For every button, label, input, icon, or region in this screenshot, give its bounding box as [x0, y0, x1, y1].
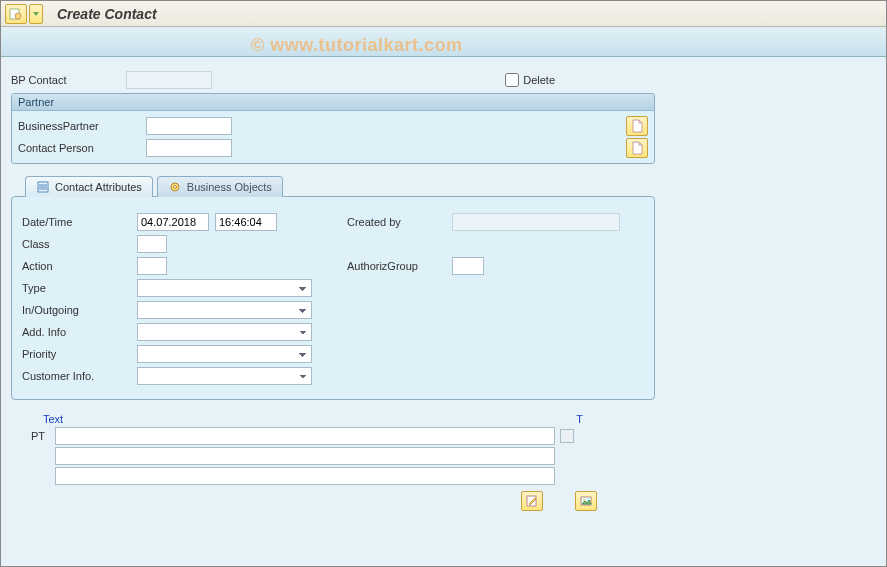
bp-contact-field — [126, 71, 212, 89]
authoriz-label: AuthorizGroup — [347, 260, 452, 272]
class-field[interactable] — [137, 235, 167, 253]
partner-group: Partner BusinessPartner Contact Person — [11, 93, 655, 164]
title-bar: Create Contact — [1, 1, 886, 27]
business-partner-label: BusinessPartner — [18, 120, 146, 132]
createdby-field — [452, 213, 620, 231]
content-area: BP Contact Delete Partner BusinessPartne… — [1, 57, 886, 566]
custinfo-label: Customer Info. — [22, 370, 137, 382]
pencil-note-icon — [525, 494, 539, 508]
svg-rect-8 — [527, 496, 536, 506]
class-label: Class — [22, 238, 137, 250]
gear-paper-icon — [9, 7, 23, 21]
time-field[interactable] — [215, 213, 277, 231]
text-edit-button[interactable] — [521, 491, 543, 511]
t-column-header: T — [576, 413, 583, 425]
type-label: Type — [22, 282, 137, 294]
type-select[interactable] — [137, 279, 312, 297]
tab-label: Business Objects — [187, 181, 272, 193]
business-partner-field[interactable] — [146, 117, 232, 135]
svg-point-1 — [15, 13, 21, 19]
datetime-label: Date/Time — [22, 216, 137, 228]
contact-person-label: Contact Person — [18, 142, 146, 154]
tabstrip: Contact Attributes Business Objects Date… — [11, 176, 655, 400]
text-line-1[interactable] — [55, 427, 555, 445]
chevron-down-icon — [32, 10, 40, 18]
delete-checkbox[interactable] — [505, 73, 519, 87]
authoriz-field[interactable] — [452, 257, 484, 275]
picture-icon — [579, 494, 593, 508]
text-line-3[interactable] — [55, 467, 555, 485]
business-partner-create-button[interactable] — [626, 116, 648, 136]
date-field[interactable] — [137, 213, 209, 231]
toolbar-menu-button[interactable] — [5, 4, 27, 24]
addinfo-select[interactable] — [137, 323, 312, 341]
action-field[interactable] — [137, 257, 167, 275]
tab-panel-contact-attributes: Date/Time Class Action Type — [11, 196, 655, 400]
gear-icon — [168, 180, 182, 194]
toolbar-menu-dropdown[interactable] — [29, 4, 43, 24]
priority-label: Priority — [22, 348, 137, 360]
text-section: Text T PT — [11, 410, 651, 527]
delete-label: Delete — [523, 74, 555, 86]
text-column-header: Text — [43, 413, 63, 425]
contact-person-create-button[interactable] — [626, 138, 648, 158]
contact-person-field[interactable] — [146, 139, 232, 157]
addinfo-label: Add. Info — [22, 326, 137, 338]
tab-label: Contact Attributes — [55, 181, 142, 193]
bp-contact-label: BP Contact — [11, 74, 126, 86]
pt-label: PT — [31, 430, 55, 442]
application-toolbar — [1, 27, 886, 57]
action-label: Action — [22, 260, 137, 272]
partner-group-header: Partner — [12, 94, 654, 111]
document-icon — [631, 119, 643, 133]
createdby-label: Created by — [347, 216, 452, 228]
page-title: Create Contact — [57, 6, 157, 22]
document-icon — [631, 141, 643, 155]
inout-label: In/Outgoing — [22, 304, 137, 316]
list-icon — [36, 180, 50, 194]
tab-business-objects[interactable]: Business Objects — [157, 176, 283, 197]
tab-contact-attributes[interactable]: Contact Attributes — [25, 176, 153, 197]
t-checkbox-1[interactable] — [560, 429, 574, 443]
text-line-2[interactable] — [55, 447, 555, 465]
priority-select[interactable] — [137, 345, 312, 363]
attach-image-button[interactable] — [575, 491, 597, 511]
svg-point-7 — [173, 186, 176, 189]
inout-select[interactable] — [137, 301, 312, 319]
custinfo-select[interactable] — [137, 367, 312, 385]
